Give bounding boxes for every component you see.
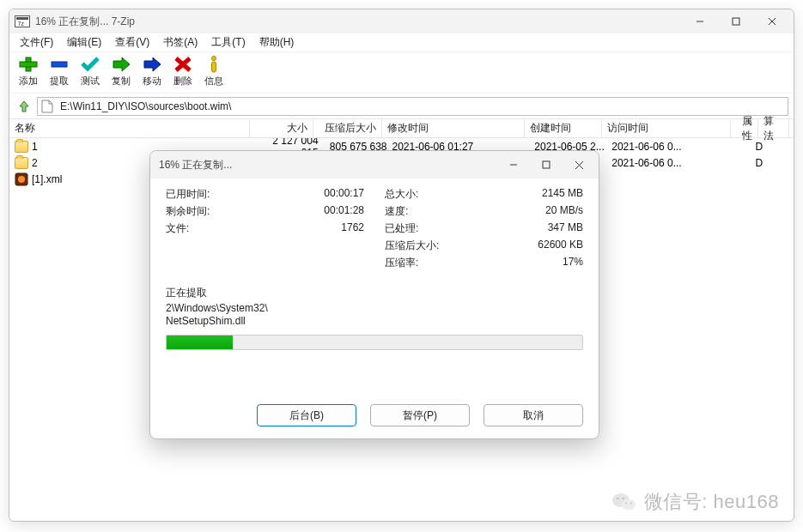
- ratio-value: 17%: [563, 256, 583, 270]
- menu-file[interactable]: 文件(F): [13, 33, 60, 51]
- wechat-icon: [611, 490, 637, 514]
- svg-rect-15: [212, 62, 216, 72]
- watermark-text: 微信号: heu168: [644, 489, 779, 515]
- svg-rect-1: [16, 17, 28, 20]
- col-created[interactable]: 创建时间: [525, 119, 602, 137]
- col-packed[interactable]: 压缩后大小: [313, 119, 382, 137]
- cell-attr: D: [735, 157, 763, 169]
- close-button[interactable]: [754, 9, 790, 33]
- arrow-right-dark-icon: [142, 56, 162, 73]
- stats-left: 已用时间:00:00:17 剩余时间:00:01:28 文件:1762: [166, 187, 364, 270]
- svg-point-26: [623, 498, 625, 500]
- address-path: E:\Win11_DIY\ISO\sources\boot.wim\: [60, 100, 231, 112]
- toolbar-add-label: 添加: [19, 75, 38, 88]
- svg-text:7z: 7z: [18, 21, 25, 27]
- svg-rect-4: [733, 18, 739, 25]
- window-title: 16% 正在复制... 7-Zip: [35, 15, 682, 29]
- address-bar: E:\Win11_DIY\ISO\sources\boot.wim\: [9, 94, 794, 119]
- toolbar-delete[interactable]: 删除: [169, 54, 197, 88]
- address-input[interactable]: E:\Win11_DIY\ISO\sources\boot.wim\: [37, 97, 788, 116]
- dialog-buttons: 后台(B) 暂停(P) 取消: [150, 404, 599, 438]
- processed-value: 347 MB: [548, 221, 583, 236]
- toolbar-copy[interactable]: 复制: [107, 54, 135, 88]
- current-path: 2\Windows\System32\: [166, 302, 583, 315]
- info-icon: [204, 56, 224, 73]
- cell-attr: D: [735, 141, 763, 153]
- xml-file-icon: [15, 172, 28, 186]
- ratio-label: 压缩率:: [385, 256, 418, 270]
- svg-rect-9: [52, 62, 67, 67]
- dialog-close-button[interactable]: [563, 153, 595, 177]
- svg-point-14: [212, 57, 216, 61]
- toolbar-extract[interactable]: 提取: [46, 54, 73, 88]
- toolbar-move[interactable]: 移动: [138, 54, 166, 88]
- app-icon: 7z: [15, 15, 30, 28]
- col-name[interactable]: 名称: [9, 119, 250, 137]
- up-button[interactable]: [15, 97, 33, 116]
- toolbar-add[interactable]: 添加: [15, 54, 42, 88]
- page-icon: [41, 100, 55, 113]
- svg-marker-10: [113, 57, 130, 71]
- col-alg[interactable]: 算法: [758, 119, 789, 137]
- toolbar: 添加 提取 测试 复制 移动 删除 信息: [9, 52, 794, 94]
- col-size[interactable]: 大小: [250, 119, 313, 137]
- svg-rect-20: [543, 161, 550, 168]
- packed-label: 压缩后大小:: [385, 239, 439, 253]
- total-label: 总大小:: [385, 187, 418, 202]
- minus-icon: [49, 56, 70, 73]
- menu-help[interactable]: 帮助(H): [252, 33, 301, 51]
- remaining-value: 00:01:28: [324, 204, 364, 219]
- dialog-maximize-button[interactable]: [530, 153, 563, 177]
- current-file: 2\Windows\System32\ NetSetupShim.dll: [166, 302, 583, 328]
- folder-icon: [15, 141, 28, 153]
- menu-tools[interactable]: 工具(T): [204, 33, 252, 51]
- toolbar-info-label: 信息: [204, 75, 223, 88]
- cell-accessed: 2021-06-06 0...: [606, 141, 735, 153]
- stats: 已用时间:00:00:17 剩余时间:00:01:28 文件:1762 总大小:…: [166, 187, 583, 270]
- maximize-button[interactable]: [718, 9, 754, 33]
- svg-point-27: [625, 503, 627, 505]
- packed-value: 62600 KB: [538, 239, 583, 253]
- extracting-label: 正在提取: [166, 286, 583, 300]
- col-attr[interactable]: 属性: [731, 119, 758, 137]
- list-header: 名称 大小 压缩后大小 修改时间 创建时间 访问时间 属性 算法: [9, 119, 794, 138]
- toolbar-extract-label: 提取: [50, 75, 69, 88]
- total-value: 2145 MB: [542, 187, 583, 202]
- titlebar: 7z 16% 正在复制... 7-Zip: [9, 9, 794, 33]
- svg-point-25: [617, 498, 619, 500]
- background-button[interactable]: 后台(B): [257, 404, 356, 426]
- cancel-button[interactable]: 取消: [484, 404, 583, 426]
- stats-right: 总大小:2145 MB 速度:20 MB/s 已处理:347 MB 压缩后大小:…: [385, 187, 583, 270]
- progress-bar: [166, 335, 583, 350]
- menu-bookmarks[interactable]: 书签(A): [156, 33, 204, 51]
- elapsed-value: 00:00:17: [324, 187, 364, 202]
- minimize-button[interactable]: [682, 9, 718, 33]
- toolbar-delete-label: 删除: [173, 75, 192, 88]
- toolbar-copy-label: 复制: [112, 75, 131, 88]
- toolbar-move-label: 移动: [143, 75, 161, 88]
- svg-point-18: [18, 176, 25, 183]
- pause-button[interactable]: 暂停(P): [370, 404, 470, 426]
- toolbar-test-label: 测试: [81, 75, 100, 88]
- col-accessed[interactable]: 访问时间: [602, 119, 731, 137]
- svg-marker-16: [20, 101, 28, 112]
- elapsed-label: 已用时间:: [166, 187, 210, 202]
- dialog-titlebar: 16% 正在复制...: [150, 151, 599, 178]
- toolbar-test[interactable]: 测试: [76, 54, 104, 88]
- folder-icon: [15, 157, 28, 169]
- processed-label: 已处理:: [385, 221, 418, 236]
- current-filename: NetSetupShim.dll: [166, 315, 583, 328]
- x-icon: [173, 56, 193, 73]
- progress-dialog: 16% 正在复制... 已用时间:00:00:17 剩余时间:00:01:28 …: [149, 150, 599, 439]
- dialog-title: 16% 正在复制...: [159, 158, 497, 172]
- svg-marker-11: [144, 57, 161, 71]
- file-name: 1: [32, 141, 38, 153]
- menubar: 文件(F) 编辑(E) 查看(V) 书签(A) 工具(T) 帮助(H): [9, 33, 794, 52]
- menu-edit[interactable]: 编辑(E): [60, 33, 108, 51]
- toolbar-info[interactable]: 信息: [200, 54, 228, 88]
- svg-point-28: [630, 503, 632, 505]
- col-modified[interactable]: 修改时间: [382, 119, 525, 137]
- dialog-minimize-button[interactable]: [497, 153, 530, 177]
- remaining-label: 剩余时间:: [166, 204, 210, 219]
- menu-view[interactable]: 查看(V): [108, 33, 156, 51]
